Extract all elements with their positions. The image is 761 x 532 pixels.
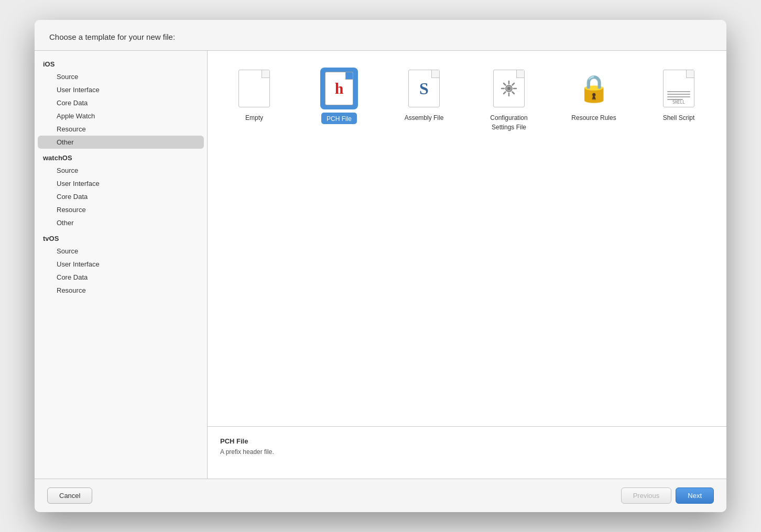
shell-file-label-wrapper: Shell Script — [663, 113, 695, 122]
asm-s-glyph: S — [419, 79, 429, 98]
svg-line-7 — [513, 83, 515, 85]
sidebar-section-watchos: watchOS — [35, 149, 207, 164]
file-item-config[interactable]: ConfigurationSettings File — [475, 63, 543, 136]
sidebar-item-ios-resource[interactable]: Resource — [38, 123, 204, 136]
file-item-pch[interactable]: h PCH File — [305, 63, 373, 136]
svg-point-10 — [507, 87, 510, 90]
config-file-label-wrapper: ConfigurationSettings File — [490, 113, 527, 131]
sidebar-item-ios-other[interactable]: Other — [38, 136, 204, 149]
sidebar-item-tvos-ui[interactable]: User Interface — [38, 258, 204, 271]
dialog-body: iOS Source User Interface Core Data Appl… — [35, 50, 726, 479]
file-grid: Empty h PCH File — [208, 51, 726, 426]
config-file-label: ConfigurationSettings File — [490, 114, 527, 131]
sidebar-item-watchos-source[interactable]: Source — [38, 164, 204, 177]
resource-rules-label-wrapper: Resource Rules — [571, 113, 616, 122]
description-text: A prefix header file. — [220, 448, 714, 456]
resource-rules-icon: 🔒 — [575, 68, 613, 109]
padlock-glyph: 🔒 — [578, 75, 610, 102]
next-button[interactable]: Next — [676, 487, 714, 504]
previous-button[interactable]: Previous — [621, 487, 672, 504]
pch-file-label-wrapper: PCH File — [321, 113, 357, 124]
file-item-assembly[interactable]: S Assembly File — [390, 63, 458, 136]
sidebar-item-tvos-resource[interactable]: Resource — [38, 284, 204, 297]
sidebar-item-ios-ui[interactable]: User Interface — [38, 83, 204, 96]
sidebar-item-ios-applewatch[interactable]: Apple Watch — [38, 109, 204, 123]
pch-h-glyph: h — [335, 81, 344, 96]
shell-file-icon: SHELL — [660, 68, 698, 109]
assembly-file-label: Assembly File — [405, 114, 444, 121]
file-item-resource-rules[interactable]: 🔒 Resource Rules — [560, 63, 628, 136]
empty-file-icon — [235, 68, 273, 109]
pch-file-label: PCH File — [327, 115, 352, 123]
sidebar-item-tvos-source[interactable]: Source — [38, 245, 204, 258]
sidebar-item-watchos-ui[interactable]: User Interface — [38, 177, 204, 190]
file-item-shell[interactable]: SHELL Shell Script — [645, 63, 713, 136]
sidebar-item-watchos-coredata[interactable]: Core Data — [38, 190, 204, 203]
description-area: PCH File A prefix header file. — [208, 426, 726, 479]
empty-file-label-wrapper: Empty — [245, 113, 263, 122]
svg-line-5 — [504, 83, 506, 85]
description-title: PCH File — [220, 437, 714, 445]
sidebar-item-watchos-other[interactable]: Other — [38, 216, 204, 229]
shell-file-label: Shell Script — [663, 114, 695, 121]
config-file-icon — [490, 68, 528, 109]
dialog-footer: Cancel Previous Next — [35, 479, 726, 512]
sidebar-section-ios: iOS — [35, 55, 207, 70]
content-area: Empty h PCH File — [208, 51, 726, 479]
assembly-file-label-wrapper: Assembly File — [405, 113, 444, 122]
template-dialog: Choose a template for your new file: iOS… — [35, 20, 726, 512]
gear-icon — [499, 79, 518, 98]
dialog-title: Choose a template for your new file: — [49, 32, 175, 41]
sidebar-item-ios-coredata[interactable]: Core Data — [38, 96, 204, 109]
svg-line-6 — [513, 92, 515, 94]
empty-file-label: Empty — [245, 114, 263, 121]
svg-line-8 — [504, 92, 506, 94]
navigation-buttons: Previous Next — [621, 487, 714, 504]
sidebar: iOS Source User Interface Core Data Appl… — [35, 51, 208, 479]
sidebar-item-tvos-coredata[interactable]: Core Data — [38, 271, 204, 284]
shell-text: SHELL — [672, 100, 685, 105]
sidebar-item-watchos-resource[interactable]: Resource — [38, 203, 204, 216]
sidebar-section-tvos: tvOS — [35, 229, 207, 245]
pch-file-icon: h — [320, 68, 358, 109]
sidebar-item-ios-source[interactable]: Source — [38, 70, 204, 83]
cancel-button[interactable]: Cancel — [47, 487, 92, 504]
assembly-file-icon: S — [405, 68, 443, 109]
dialog-header: Choose a template for your new file: — [35, 20, 726, 50]
file-item-empty[interactable]: Empty — [220, 63, 288, 136]
resource-rules-label: Resource Rules — [571, 114, 616, 121]
